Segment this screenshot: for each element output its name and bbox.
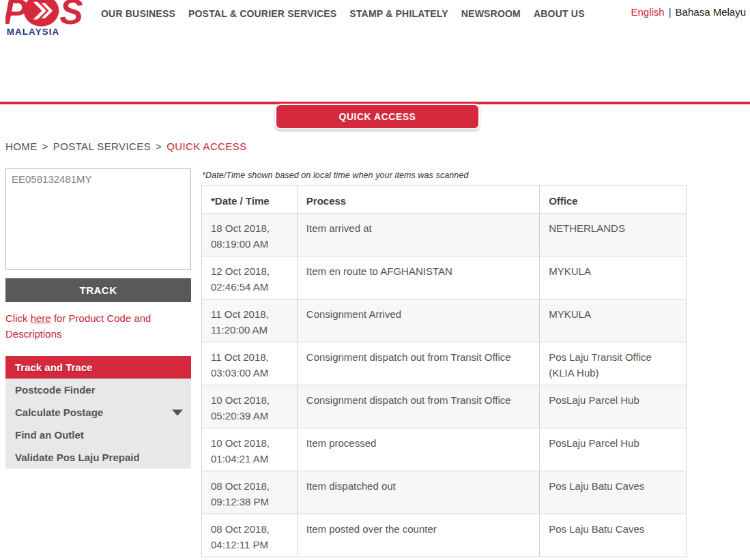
main-nav: OUR BUSINESS POSTAL & COURIER SERVICES S… bbox=[101, 8, 585, 19]
lang-bahasa-melayu[interactable]: Bahasa Melayu bbox=[676, 6, 746, 18]
cell-datetime: 10 Oct 2018,01:04:21 AM bbox=[202, 428, 298, 471]
cell-process: Item posted over the counter bbox=[297, 514, 539, 557]
sidebar-item-postcode-finder[interactable]: Postcode Finder bbox=[5, 379, 191, 401]
product-code-here-link[interactable]: here bbox=[31, 312, 51, 324]
cell-process: Item en route to AFGHANISTAN bbox=[297, 256, 539, 299]
nav-our-business[interactable]: OUR BUSINESS bbox=[101, 8, 175, 19]
breadcrumb-separator: > bbox=[42, 141, 48, 152]
cell-office: MYKULA bbox=[540, 256, 687, 299]
product-code-prefix: Click bbox=[5, 312, 28, 324]
breadcrumb-separator: > bbox=[156, 141, 162, 152]
chevron-down-icon bbox=[172, 409, 183, 415]
product-code-suffix: for Product Code and Descriptions bbox=[5, 312, 151, 340]
svg-text:MALAYSIA: MALAYSIA bbox=[7, 27, 59, 37]
nav-stamp-philately[interactable]: STAMP & PHILATELY bbox=[349, 8, 448, 19]
sidebar-menu: Track and Trace Postcode Finder Calculat… bbox=[5, 356, 191, 469]
quick-access-button[interactable]: QUICK ACCESS bbox=[275, 104, 480, 130]
cell-process: Consignment dispatch out from Transit Of… bbox=[297, 385, 539, 428]
product-code-text: Click here for Product Code and Descript… bbox=[5, 310, 186, 342]
cell-office: NETHERLANDS bbox=[540, 213, 687, 256]
cell-office: PosLaju Parcel Hub bbox=[540, 385, 687, 428]
sidebar-item-track-and-trace[interactable]: Track and Trace bbox=[5, 356, 191, 379]
pos-malaysia-logo[interactable]: P S MALAYSIA bbox=[5, 0, 86, 41]
breadcrumb-current-page: QUICK ACCESS bbox=[167, 141, 246, 152]
sidebar-item-label: Find an Outlet bbox=[15, 429, 84, 441]
sidebar-item-label: Calculate Postage bbox=[15, 407, 103, 418]
nav-postal-courier-services[interactable]: POSTAL & COURIER SERVICES bbox=[188, 8, 336, 19]
cell-datetime: 18 Oct 2018,08:19:00 AM bbox=[202, 213, 298, 256]
sidebar-item-label: Validate Pos Laju Prepaid bbox=[15, 452, 140, 463]
lang-divider: | bbox=[669, 6, 672, 18]
tracking-number-input[interactable]: EE058132481MY bbox=[5, 168, 191, 270]
cell-office: Pos Laju Batu Caves bbox=[540, 471, 687, 514]
table-header-row: *Date / Time Process Office bbox=[202, 186, 687, 213]
table-row: 12 Oct 2018,02:46:54 AM Item en route to… bbox=[202, 256, 687, 299]
cell-office: PosLaju Parcel Hub bbox=[540, 428, 687, 471]
table-row: 08 Oct 2018,09:12:38 PM Item dispatched … bbox=[202, 471, 687, 514]
header-date-time: *Date / Time bbox=[202, 186, 298, 213]
svg-text:S: S bbox=[59, 0, 83, 31]
cell-process: Consignment Arrived bbox=[297, 299, 539, 342]
track-button[interactable]: TRACK bbox=[5, 278, 191, 302]
nav-newsroom[interactable]: NEWSROOM bbox=[461, 8, 521, 19]
table-row: 10 Oct 2018,01:04:21 AM Item processed P… bbox=[202, 428, 687, 471]
breadcrumb: HOME>POSTAL SERVICES>QUICK ACCESS bbox=[5, 141, 247, 152]
table-row: 08 Oct 2018,04:12:11 PM Item posted over… bbox=[202, 514, 687, 557]
sidebar-item-find-an-outlet[interactable]: Find an Outlet bbox=[5, 424, 191, 446]
sidebar-item-calculate-postage[interactable]: Calculate Postage bbox=[5, 401, 191, 424]
sidebar-item-label: Postcode Finder bbox=[15, 384, 96, 396]
table-row: 11 Oct 2018,03:03:00 AM Consignment disp… bbox=[202, 342, 687, 385]
datetime-disclaimer-note: *Date/Time shown based on local time whe… bbox=[202, 171, 469, 180]
cell-process: Item arrived at bbox=[297, 213, 539, 256]
table-row: 10 Oct 2018,05:20:39 AM Consignment disp… bbox=[202, 385, 687, 428]
cell-datetime: 11 Oct 2018,03:03:00 AM bbox=[202, 342, 298, 385]
pos-logo-graphic: P S MALAYSIA bbox=[5, 0, 86, 38]
sidebar-item-validate-pos-laju-prepaid[interactable]: Validate Pos Laju Prepaid bbox=[5, 446, 191, 469]
table-row: 18 Oct 2018,08:19:00 AM Item arrived at … bbox=[202, 213, 687, 256]
sidebar-item-label: Track and Trace bbox=[15, 362, 92, 373]
cell-office: MYKULA bbox=[540, 299, 687, 342]
cell-datetime: 11 Oct 2018,11:20:00 AM bbox=[202, 299, 298, 342]
header-office: Office bbox=[540, 186, 687, 213]
breadcrumb-postal-services[interactable]: POSTAL SERVICES bbox=[53, 141, 151, 152]
header-process: Process bbox=[297, 186, 539, 213]
cell-process: Item processed bbox=[297, 428, 539, 471]
cell-datetime: 08 Oct 2018,04:12:11 PM bbox=[202, 514, 298, 557]
cell-datetime: 08 Oct 2018,09:12:38 PM bbox=[202, 471, 298, 514]
cell-process: Consignment dispatch out from Transit Of… bbox=[297, 342, 539, 385]
table-row: 11 Oct 2018,11:20:00 AM Consignment Arri… bbox=[202, 299, 687, 342]
cell-datetime: 12 Oct 2018,02:46:54 AM bbox=[202, 256, 298, 299]
cell-datetime: 10 Oct 2018,05:20:39 AM bbox=[202, 385, 298, 428]
cell-office: Pos Laju Batu Caves bbox=[540, 514, 687, 557]
tracking-results-table: *Date / Time Process Office 18 Oct 2018,… bbox=[201, 185, 687, 557]
lang-english[interactable]: English bbox=[631, 6, 664, 18]
cell-process: Item dispatched out bbox=[297, 471, 539, 514]
nav-about-us[interactable]: ABOUT US bbox=[534, 8, 585, 19]
cell-office: Pos Laju Transit Office (KLIA Hub) bbox=[540, 342, 687, 385]
breadcrumb-home[interactable]: HOME bbox=[5, 141, 38, 152]
language-switcher: English|Bahasa Melayu bbox=[631, 6, 746, 18]
